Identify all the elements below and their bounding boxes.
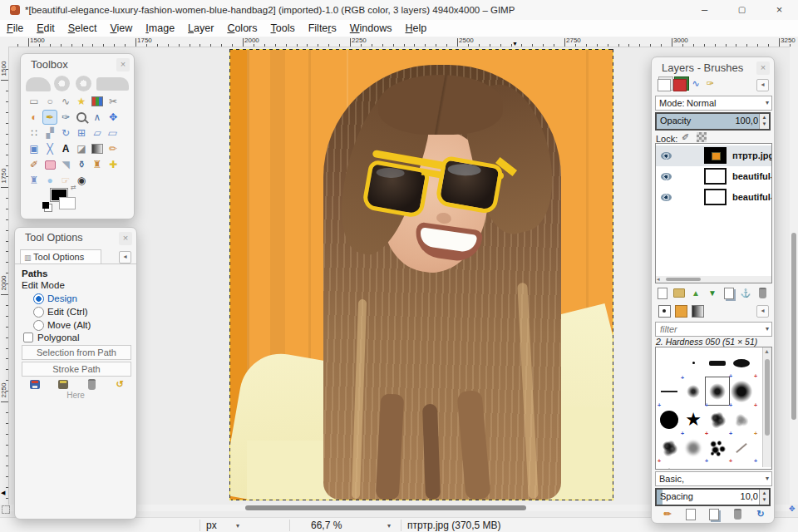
brush-item-gr3[interactable]	[706, 434, 729, 461]
eraser-tool[interactable]	[42, 157, 57, 172]
duplicate-layer-button[interactable]	[722, 287, 736, 299]
tab-patterns[interactable]	[675, 305, 687, 318]
brush-item-star[interactable]: ★	[682, 406, 705, 433]
lock-alpha-icon[interactable]	[697, 132, 707, 142]
brush-item-none[interactable]	[658, 349, 681, 377]
menu-layer[interactable]: Layer	[181, 21, 220, 37]
ink-tool[interactable]: ⚱	[74, 157, 89, 172]
menu-tools[interactable]: Tools	[264, 21, 302, 37]
menu-filters[interactable]: Filters	[302, 21, 343, 37]
visibility-eye-icon[interactable]	[661, 173, 672, 180]
tab-layers[interactable]	[658, 79, 671, 91]
brush-item-spray2[interactable]	[682, 462, 705, 470]
measure-tool[interactable]: ∧	[90, 110, 105, 125]
background-color-swatch[interactable]	[59, 197, 76, 209]
paths-tool[interactable]: ✒	[42, 110, 57, 125]
brush-item-streak[interactable]	[730, 434, 753, 461]
brush-grid-scrollbar[interactable]: ▲	[762, 347, 771, 467]
visibility-eye-icon[interactable]	[661, 152, 672, 160]
fuzzy-select-tool[interactable]: ★	[74, 94, 89, 109]
restore-options-button[interactable]	[57, 378, 70, 390]
zoom-tool[interactable]	[74, 110, 89, 125]
close-button[interactable]: ×	[761, 0, 798, 20]
new-layer-button[interactable]	[655, 287, 670, 299]
brush-item-gr1[interactable]	[658, 434, 681, 461]
collapse-icon[interactable]: ◂	[756, 79, 769, 91]
crop-tool[interactable]: ▞	[42, 126, 57, 140]
new-brush-button[interactable]	[683, 508, 698, 520]
cage-transform-tool[interactable]: ╳	[42, 141, 57, 156]
layer-list-scrollbar[interactable]: ◂	[656, 276, 771, 283]
tab-brushes-grid[interactable]	[658, 305, 671, 318]
vertical-ruler[interactable]: 1500175020002250◀	[0, 47, 9, 505]
tab-gradients[interactable]	[692, 305, 704, 318]
radio-label[interactable]: Move (Alt)	[47, 320, 91, 330]
scissors-select-tool[interactable]: ✂	[106, 94, 121, 109]
canvas-image[interactable]	[230, 50, 613, 500]
scroll-up-icon[interactable]: ▲	[764, 348, 770, 354]
menu-file[interactable]: File	[0, 21, 30, 37]
select-by-color-tool[interactable]	[90, 94, 105, 109]
color-picker-tool[interactable]: ✑	[58, 110, 73, 125]
menu-select[interactable]: Select	[62, 21, 104, 37]
minimize-button[interactable]: –	[686, 0, 723, 20]
brush-grid-scrollbar-thumb[interactable]	[765, 359, 770, 436]
reset-colors-icon[interactable]	[42, 202, 49, 209]
new-group-button[interactable]	[672, 287, 687, 299]
text-tool[interactable]: A	[58, 141, 73, 156]
raise-layer-button[interactable]: ▲	[688, 287, 703, 299]
layer-thumbnail[interactable]	[704, 189, 727, 205]
refresh-brushes-button[interactable]: ↻	[753, 508, 768, 520]
layer-mode-select[interactable]: Mode: Normal ▾	[655, 96, 772, 111]
collapse-icon[interactable]: ◂	[119, 251, 131, 264]
radio-label[interactable]: Design	[47, 293, 77, 303]
brush-filter-field[interactable]: ▾	[655, 322, 772, 337]
radio-move-alt-[interactable]	[33, 320, 44, 331]
brush-item-gr1[interactable]	[706, 406, 729, 433]
save-options-button[interactable]	[28, 378, 42, 390]
align-tool[interactable]: ∷	[27, 126, 42, 140]
brush-item-dotS[interactable]	[682, 349, 705, 377]
blur-sharpen-tool[interactable]: ●	[42, 173, 57, 188]
brush-item-line[interactable]	[658, 377, 681, 405]
layer-name[interactable]: beautiful-eleg	[732, 192, 772, 202]
horizontal-ruler[interactable]: 15001750200022502500275030003250▼	[8, 37, 798, 47]
tab-channels[interactable]	[673, 79, 687, 91]
reset-options-button[interactable]: ↺	[113, 378, 126, 390]
vertical-scrollbar[interactable]	[790, 47, 798, 505]
brush-group-select[interactable]: Basic, ▾	[655, 471, 772, 486]
rectangle-select-tool[interactable]: ▭	[27, 94, 42, 109]
lower-layer-button[interactable]: ▼	[705, 287, 720, 299]
brush-item-gr2[interactable]	[730, 406, 753, 433]
close-icon[interactable]: ×	[756, 62, 770, 75]
visibility-eye-icon[interactable]	[661, 194, 672, 201]
opacity-slider[interactable]: Opacity 100,0 ▲▼	[655, 112, 771, 131]
spacing-spinner[interactable]: ▲▼	[759, 490, 769, 505]
brush-item-soft14sel[interactable]	[706, 377, 729, 405]
opacity-spinner[interactable]: ▲▼	[759, 114, 769, 129]
gradient-tool[interactable]	[90, 141, 105, 156]
shear-tool[interactable]: ▱	[90, 126, 105, 140]
navigation-icon[interactable]: ✥	[789, 505, 796, 513]
zoom-select[interactable]: 66,7 %	[311, 520, 342, 531]
layer-list-scrollbar-thumb[interactable]	[666, 278, 701, 281]
menu-help[interactable]: Help	[398, 21, 433, 37]
ellipse-select-tool[interactable]: ○	[42, 94, 57, 109]
close-icon[interactable]: ×	[119, 232, 132, 245]
brush-item-spray1[interactable]	[658, 462, 681, 470]
anchor-layer-button[interactable]: ⚓	[738, 287, 753, 299]
menu-windows[interactable]: Windows	[343, 21, 399, 37]
brush-item-soft20[interactable]	[730, 377, 753, 405]
clone-tool[interactable]: ♜	[90, 157, 105, 172]
brush-item-ell[interactable]	[730, 349, 753, 377]
edit-brush-button[interactable]: ✏	[660, 508, 675, 520]
lock-pixels-icon[interactable]: ✐	[682, 132, 689, 143]
layer-thumbnail[interactable]	[704, 147, 727, 164]
rotate-tool[interactable]: ↻	[58, 126, 73, 140]
swap-colors-icon[interactable]: ⇄	[71, 184, 76, 191]
foreground-select-tool[interactable]: ◐	[27, 110, 42, 125]
layer-row[interactable]: beautiful-eleg	[656, 187, 771, 208]
brush-filter-input[interactable]	[658, 323, 757, 335]
duplicate-brush-button[interactable]	[707, 508, 722, 520]
bucket-fill-tool[interactable]: ◪	[74, 141, 89, 156]
